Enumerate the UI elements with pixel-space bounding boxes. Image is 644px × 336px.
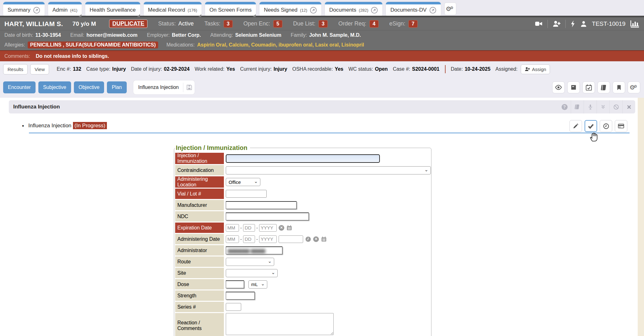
- billing-button[interactable]: [615, 120, 627, 132]
- tab-summary[interactable]: Summary: [3, 2, 45, 16]
- vial-lot-label: Vial / Lot #: [175, 189, 224, 199]
- medication-link[interactable]: ibuprofen oral: [279, 42, 315, 48]
- administering-day-input[interactable]: [243, 235, 255, 243]
- reaction-comments-textarea[interactable]: [226, 313, 334, 335]
- calendar-icon[interactable]: [286, 225, 292, 231]
- external-link-icon[interactable]: [429, 7, 436, 14]
- close-button[interactable]: [623, 100, 635, 113]
- edit-button[interactable]: [569, 120, 582, 132]
- tab-documents-dv[interactable]: Documents-DV: [386, 2, 441, 16]
- expiration-year-input[interactable]: [259, 224, 277, 232]
- dose-label: Dose: [175, 279, 224, 289]
- medication-link[interactable]: Lisinopril: [341, 42, 364, 48]
- site-select[interactable]: [226, 269, 278, 277]
- administering-date-label: Administering Date: [175, 234, 224, 244]
- disable-button[interactable]: [610, 100, 622, 113]
- preview-button[interactable]: [552, 81, 565, 93]
- administering-location-select[interactable]: Office: [226, 178, 260, 186]
- vial-lot-input[interactable]: [226, 190, 267, 198]
- manufacturer-label: Manufacturer: [175, 200, 224, 210]
- assign-button[interactable]: Assign: [521, 64, 550, 74]
- site-label: Site: [175, 268, 224, 278]
- video-camera-icon[interactable]: [535, 20, 543, 27]
- administering-time-input[interactable]: [279, 235, 303, 243]
- tab-health-surveillance[interactable]: Health Surveillance: [85, 2, 140, 16]
- plan-button[interactable]: Plan: [107, 81, 126, 93]
- complete-button[interactable]: [585, 120, 597, 132]
- ledger-button[interactable]: [597, 81, 610, 93]
- ndc-label: NDC: [175, 211, 224, 222]
- email-label: Email:: [70, 32, 84, 38]
- injection-immunization-input[interactable]: [226, 154, 380, 163]
- encounter-button[interactable]: Encounter: [3, 81, 36, 93]
- form-row: Strength: [175, 290, 431, 301]
- patient-id: TEST-10019: [592, 20, 625, 27]
- manufacturer-input[interactable]: [226, 201, 297, 209]
- results-button[interactable]: Results: [3, 64, 28, 74]
- save-floppy-icon[interactable]: [186, 84, 193, 91]
- active-note-tab[interactable]: Influenza Injection: [133, 80, 195, 94]
- bookmark-button[interactable]: [613, 81, 625, 93]
- schedule-button[interactable]: [582, 81, 595, 93]
- expiration-day-input[interactable]: [243, 224, 255, 232]
- external-link-icon[interactable]: [33, 7, 40, 14]
- tab-label: Health Surveillance: [90, 7, 136, 13]
- administrator-input[interactable]: ▆▆▆▆▆▆ ▆▆▆▆: [226, 246, 282, 254]
- lightning-icon[interactable]: [570, 20, 575, 28]
- medication-link[interactable]: Calcium: [229, 42, 251, 48]
- external-link-icon[interactable]: [371, 7, 378, 14]
- history-button[interactable]: [600, 120, 612, 132]
- subjective-button[interactable]: Subjective: [38, 81, 71, 93]
- person-add-icon[interactable]: [552, 20, 561, 28]
- dose-unit-select[interactable]: mL: [248, 280, 267, 289]
- open-enc-count-badge[interactable]: 5: [273, 20, 282, 28]
- allergies-badge[interactable]: PENICILLINS , SULFA(SULFONAMIDE ANTIBIOT…: [28, 41, 158, 48]
- chart-icon[interactable]: [630, 20, 640, 28]
- form-row: Vial / Lot #: [175, 189, 431, 199]
- medication-link[interactable]: Aspirin Oral: [197, 42, 229, 48]
- ndc-input[interactable]: [226, 212, 309, 220]
- injection-form: Injection / Immunization Injection / Imm…: [174, 144, 431, 336]
- comments-bar: Comments: Do not release info to sibling…: [0, 50, 644, 61]
- strength-input[interactable]: [226, 292, 255, 300]
- tab-admin[interactable]: Admin(41): [48, 2, 82, 16]
- series-input[interactable]: [226, 303, 241, 311]
- section-title: Influenza Injection: [9, 104, 60, 110]
- esign-count-badge[interactable]: 7: [408, 20, 418, 28]
- due-list-count-badge[interactable]: 3: [319, 20, 328, 28]
- calendar-icon[interactable]: [321, 236, 327, 242]
- clock-icon[interactable]: [305, 236, 311, 242]
- clear-date-icon[interactable]: ✕: [279, 225, 284, 231]
- settings-button[interactable]: ⚙⚙: [628, 81, 640, 93]
- collapse-button[interactable]: [597, 100, 609, 113]
- archive-button[interactable]: [567, 81, 580, 93]
- tab-medical-record[interactable]: Medical Record(176): [144, 2, 202, 16]
- administering-year-input[interactable]: [259, 235, 277, 243]
- tab-label: On Screen Forms: [209, 7, 252, 13]
- knowledge-button[interactable]: [571, 100, 584, 113]
- expiration-month-input[interactable]: [226, 224, 239, 232]
- external-link-icon[interactable]: [310, 7, 317, 14]
- order-req-count-badge[interactable]: 4: [369, 20, 379, 28]
- tab-needs-signed[interactable]: Needs Signed(12): [259, 2, 321, 16]
- objective-button[interactable]: Objective: [74, 81, 104, 93]
- medication-link[interactable]: Lasix oral: [315, 42, 341, 48]
- dictate-button[interactable]: [584, 100, 597, 113]
- tasks-count-badge[interactable]: 3: [224, 20, 233, 28]
- administrator-masked-value: ▆▆▆▆▆▆ ▆▆▆▆: [228, 248, 265, 253]
- duplicate-badge[interactable]: DUPLICATE: [109, 19, 147, 28]
- clear-date-icon[interactable]: ✕: [313, 236, 319, 242]
- tab-label: Needs Signed: [264, 7, 297, 13]
- medications-label: Medications:: [166, 42, 195, 48]
- help-button[interactable]: ?: [558, 100, 571, 113]
- dose-input[interactable]: [226, 280, 244, 288]
- tab-documents[interactable]: Documents(282): [325, 2, 382, 16]
- administering-month-input[interactable]: [226, 235, 239, 243]
- view-button[interactable]: View: [30, 64, 49, 74]
- contraindication-label: Contraindication: [175, 165, 224, 175]
- tab-settings-button[interactable]: ⚙⚙: [444, 3, 456, 15]
- route-select[interactable]: [226, 258, 274, 266]
- tab-on-screen-forms[interactable]: On Screen Forms: [205, 2, 256, 16]
- medication-link[interactable]: Coumadin: [251, 42, 279, 48]
- contraindication-select[interactable]: [226, 166, 431, 174]
